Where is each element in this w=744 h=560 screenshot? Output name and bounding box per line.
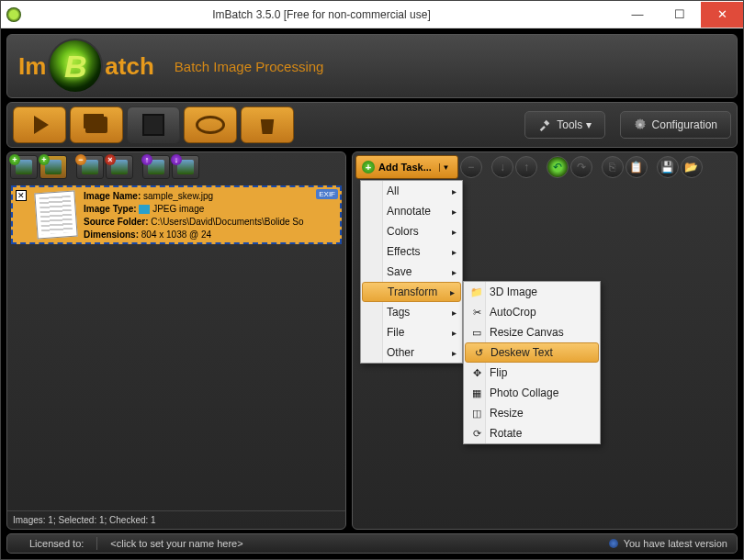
menu-item-3d-image[interactable]: 📁3D Image: [464, 282, 600, 302]
load-tasks-button[interactable]: 📂: [681, 156, 703, 178]
run-button[interactable]: [13, 106, 66, 143]
add-image-button[interactable]: +: [10, 155, 38, 179]
add-task-dropdown[interactable]: ▼: [439, 163, 452, 172]
close-button[interactable]: ✕: [701, 2, 743, 28]
menu-item-rotate[interactable]: ⟳Rotate: [464, 423, 600, 443]
rotate-icon: ⟳: [469, 426, 484, 441]
jpeg-icon: [139, 205, 150, 214]
version-status: You have latest version: [624, 538, 727, 549]
task-toolbar: + Add Task... ▼ − ↓ ↑ ↶ ↷ ⎘ 📋 💾: [353, 152, 737, 182]
task-remove-button[interactable]: −: [460, 156, 482, 178]
remove-all-button[interactable]: ×: [106, 155, 133, 179]
menu-item-resize-canvas[interactable]: ▭Resize Canvas: [464, 322, 600, 342]
menu-item-tags[interactable]: Tags▸: [361, 302, 462, 322]
copy-button[interactable]: ⎘: [602, 156, 624, 178]
plus-icon: +: [362, 161, 375, 174]
move-up-button[interactable]: ↑: [142, 155, 170, 179]
transform-submenu: 📁3D Image ✂AutoCrop ▭Resize Canvas ↺Desk…: [463, 281, 601, 444]
maximize-button[interactable]: ☐: [659, 2, 701, 28]
paste-button[interactable]: 📋: [626, 156, 648, 178]
image-list-toolbar: + + − × ↑ ↓: [7, 152, 345, 182]
menu-item-photo-collage[interactable]: ▦Photo Collage: [464, 383, 600, 403]
add-folder-button[interactable]: +: [39, 155, 67, 179]
status-bar: Licensed to: <click to set your name her…: [6, 533, 738, 554]
menu-item-colors[interactable]: Colors▸: [361, 221, 462, 241]
canvas-icon: ▭: [469, 325, 484, 340]
licensed-label: Licensed to:: [17, 538, 96, 549]
tools-icon: [538, 118, 551, 131]
save-tasks-button[interactable]: 💾: [657, 156, 679, 178]
crop-icon: ✂: [469, 305, 484, 319]
image-list-status: Images: 1; Selected: 1; Checked: 1: [7, 510, 345, 529]
titlebar: ImBatch 3.5.0 [Free for non-commercial u…: [1, 1, 743, 28]
menu-item-save[interactable]: Save▸: [361, 262, 462, 282]
app-header: Im B atch Batch Image Processing: [6, 34, 738, 98]
image-checkbox[interactable]: ✕: [16, 190, 27, 201]
image-info: Image Name: sample_skew.jpg Image Type: …: [84, 190, 337, 240]
task-pane: + Add Task... ▼ − ↓ ↑ ↶ ↷ ⎘ 📋 💾: [352, 151, 738, 530]
menu-item-transform[interactable]: Transform▸: [362, 282, 461, 302]
menu-item-all[interactable]: All▸: [361, 181, 462, 201]
flip-icon: ✥: [469, 365, 484, 380]
configuration-button[interactable]: Configuration: [620, 111, 731, 139]
open-button[interactable]: [70, 106, 123, 143]
task-down-button[interactable]: ↓: [491, 156, 513, 178]
menu-item-other[interactable]: Other▸: [361, 342, 462, 363]
image-list-pane: + + − × ↑ ↓ ✕ Image Name: sample_skew.jp…: [6, 151, 346, 530]
undo-button[interactable]: ↶: [547, 156, 569, 178]
app-logo: Im B atch: [18, 39, 154, 94]
task-up-button[interactable]: ↑: [515, 156, 537, 178]
deskew-icon: ↺: [471, 345, 486, 360]
tools-menu-button[interactable]: Tools ▾: [524, 111, 604, 139]
update-indicator-icon: [609, 539, 618, 548]
menu-item-autocrop[interactable]: ✂AutoCrop: [464, 302, 600, 322]
add-task-menu: All▸ Annotate▸ Colors▸ Effects▸ Save▸ Tr…: [360, 180, 463, 364]
redo-button[interactable]: ↷: [570, 156, 592, 178]
logo-b-icon: B: [48, 39, 103, 94]
save-button[interactable]: [127, 106, 180, 143]
folder-icon: 📁: [469, 285, 484, 299]
app-window: ImBatch 3.5.0 [Free for non-commercial u…: [0, 0, 744, 560]
app-icon: [6, 7, 21, 22]
remove-image-button[interactable]: −: [76, 155, 104, 179]
license-name-hint[interactable]: <click to set your name here>: [97, 538, 255, 549]
menu-item-file[interactable]: File▸: [361, 322, 462, 342]
menu-item-flip[interactable]: ✥Flip: [464, 363, 600, 383]
menu-item-effects[interactable]: Effects▸: [361, 241, 462, 262]
app-subtitle: Batch Image Processing: [175, 59, 324, 74]
collage-icon: ▦: [469, 386, 484, 400]
image-thumbnail: [34, 191, 77, 240]
image-list-item[interactable]: ✕ Image Name: sample_skew.jpg Image Type…: [11, 185, 342, 244]
resize-icon: ◫: [469, 406, 484, 420]
minimize-button[interactable]: —: [616, 2, 659, 28]
gear-icon: [634, 118, 647, 131]
preview-button[interactable]: [184, 106, 237, 143]
window-title: ImBatch 3.5.0 [Free for non-commercial u…: [27, 8, 616, 21]
exif-badge[interactable]: EXIF: [316, 189, 338, 199]
menu-item-resize[interactable]: ◫Resize: [464, 403, 600, 423]
clear-button[interactable]: [241, 106, 294, 143]
menu-item-deskew-text[interactable]: ↺Deskew Text: [465, 342, 599, 363]
main-panes: + + − × ↑ ↓ ✕ Image Name: sample_skew.jp…: [6, 151, 738, 530]
client-area: Im B atch Batch Image Processing Tools ▾…: [1, 28, 743, 559]
menu-item-annotate[interactable]: Annotate▸: [361, 201, 462, 221]
main-toolbar: Tools ▾ Configuration: [6, 102, 738, 148]
add-task-button[interactable]: + Add Task... ▼: [355, 155, 458, 179]
move-down-button[interactable]: ↓: [172, 155, 199, 179]
